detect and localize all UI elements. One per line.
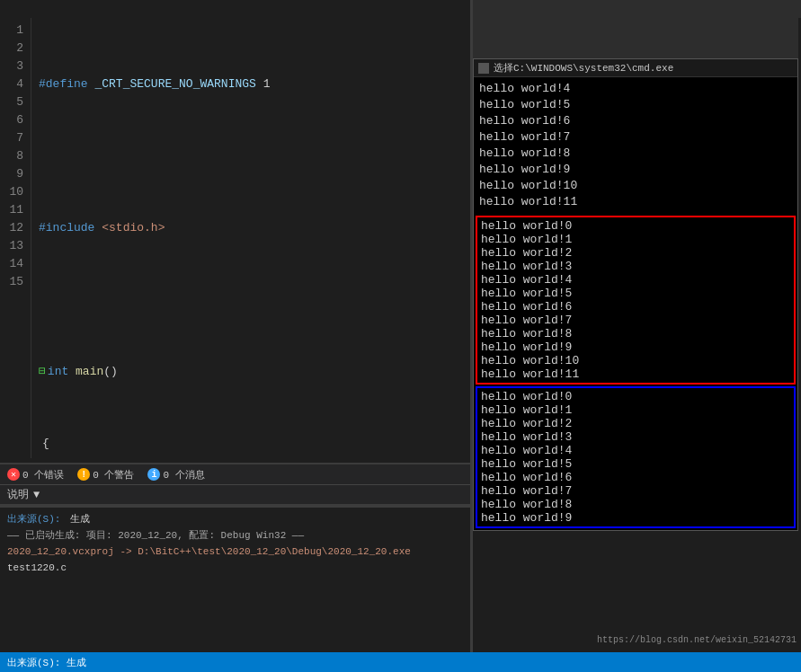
source-label: 出来源(S): xyxy=(7,514,60,525)
status-text: 出来源(S): 生成 xyxy=(7,656,86,669)
warning-count: ! 0 个警告 xyxy=(77,468,134,482)
cmd-blue-section: hello world!0 hello world!1 hello world!… xyxy=(476,386,796,528)
code-container: 1 2 3 4 5 6 7 8 9 10 11 12 13 14 15 #def… xyxy=(0,18,476,458)
error-icon: ✕ xyxy=(7,468,20,481)
error-status-bar: ✕ 0 个错误 ! 0 个警告 i 0 个消息 xyxy=(0,463,476,485)
cmd-initial-output: hello world!4 hello world!5 hello world!… xyxy=(474,77,797,214)
breakpoint-indicator: ⊟ xyxy=(39,363,46,381)
code-line-3: #include <stdio.h> xyxy=(39,219,476,237)
cmd-icon xyxy=(478,63,489,74)
warning-label: 0 个警告 xyxy=(93,468,134,482)
code-line-1: #define _CRT_SECURE_NO_WARNINGS 1 xyxy=(39,75,476,93)
build-line3: test1220.c xyxy=(7,560,469,576)
output-section-label: 说明 ▼ xyxy=(0,485,476,505)
build-output-area: 出来源(S): 生成 —— 已启动生成: 项目: 2020_12_20, 配置:… xyxy=(0,508,476,647)
code-line-2 xyxy=(39,147,476,165)
error-count: ✕ 0 个错误 xyxy=(7,468,64,482)
line-numbers: 1 2 3 4 5 6 7 8 9 10 11 12 13 14 15 xyxy=(0,18,31,458)
message-count: i 0 个消息 xyxy=(147,468,204,482)
warning-icon: ! xyxy=(77,468,90,481)
cmd-red-section: hello world!0 hello world!1 hello world!… xyxy=(476,216,796,385)
error-label: 0 个错误 xyxy=(22,468,64,482)
code-line-6: { xyxy=(39,435,476,453)
build-line1: —— 已启动生成: 项目: 2020_12_20, 配置: Debug Win3… xyxy=(7,527,469,544)
cmd-window[interactable]: 选择C:\WINDOWS\system32\cmd.exe hello worl… xyxy=(473,58,798,531)
editor-area: 1 2 3 4 5 6 7 8 9 10 11 12 13 14 15 #def… xyxy=(0,0,476,458)
status-bottom-bar: 出来源(S): 生成 xyxy=(0,652,801,672)
cmd-title: 选择C:\WINDOWS\system32\cmd.exe xyxy=(494,61,673,75)
watermark: https://blog.csdn.net/weixin_52142731 xyxy=(597,635,797,645)
message-label: 0 个消息 xyxy=(163,468,204,482)
code-content[interactable]: #define _CRT_SECURE_NO_WARNINGS 1 #inclu… xyxy=(31,18,476,458)
code-line-4 xyxy=(39,291,476,309)
right-top-bg xyxy=(473,0,798,58)
build-line2: 2020_12_20.vcxproj -> D:\BitC++\test\202… xyxy=(7,544,469,560)
info-icon: i xyxy=(147,468,160,481)
source-value: 生成 xyxy=(70,514,90,525)
code-line-5: ⊟ int main () xyxy=(39,363,476,381)
cmd-titlebar: 选择C:\WINDOWS\system32\cmd.exe xyxy=(474,59,797,77)
